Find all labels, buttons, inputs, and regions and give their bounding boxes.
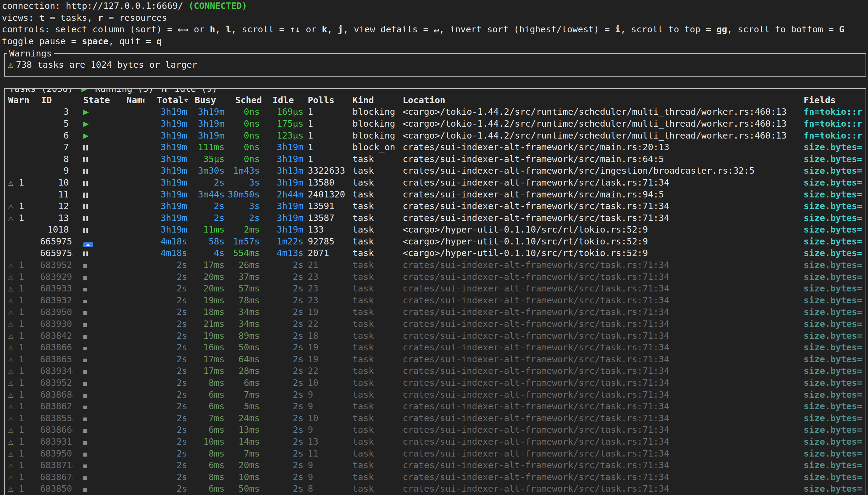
busy-cell: 17ms — [189, 365, 226, 377]
total-cell: 2s — [145, 341, 189, 353]
task-row[interactable]: ⚠ 168386592s17ms64ms2s19taskcrates/sui-i… — [5, 353, 866, 365]
total-cell: 3h19m — [145, 130, 189, 142]
task-row[interactable]: ⚠ 168386642s6ms13ms2s9taskcrates/sui-ind… — [5, 424, 866, 436]
sched-duration: 2s — [249, 213, 260, 223]
location-cell: crates/sui-indexer-alt-framework/src/mai… — [398, 153, 799, 165]
task-row[interactable]: ⚠ 168385022s6ms50ms2s8taskcrates/sui-ind… — [5, 483, 866, 495]
column-header-location[interactable]: Location — [398, 94, 799, 106]
total-duration: 3h19m — [161, 118, 187, 129]
warning-icon: ⚠ — [8, 283, 13, 294]
fields-cell: size.bytes= — [799, 341, 866, 353]
kind-cell: task — [348, 247, 398, 259]
completed-state-icon — [83, 382, 87, 386]
state-cell — [73, 212, 115, 224]
location-cell: crates/sui-indexer-alt-framework/src/tas… — [398, 353, 799, 365]
column-header-total[interactable]: Total▿ — [145, 94, 189, 106]
total-duration: 2s — [177, 483, 187, 494]
idle-duration: 175µs — [277, 118, 303, 129]
warning-icon: ⚠ — [8, 342, 13, 353]
location-cell: <cargo>/tokio-1.44.2/src/runtime/schedul… — [398, 118, 799, 130]
sched-duration: 0ns — [244, 106, 260, 117]
fields-value: size.bytes= — [804, 413, 862, 423]
task-row[interactable]: ⚠ 168386842s6ms7ms2s9taskcrates/sui-inde… — [5, 389, 866, 401]
polls-cell: 19 — [304, 353, 349, 365]
task-row[interactable]: ⚠ 168386262s6ms5ms2s9taskcrates/sui-inde… — [5, 400, 866, 412]
completed-state-icon — [83, 323, 87, 327]
text-segment: = tasks, — [45, 13, 98, 23]
task-row[interactable]: 5▶3h19m3h19m0ns175µs1blocking<cargo>/tok… — [5, 118, 866, 130]
busy-cell: 2s — [189, 212, 226, 224]
task-row[interactable]: ⚠ 168392902s20ms37ms2s23taskcrates/sui-i… — [5, 271, 866, 283]
idle-cell: 2s — [267, 365, 303, 377]
task-row[interactable]: 113h19m3m44s30m50s2h44m2401320taskcrates… — [5, 189, 866, 201]
name-cell — [115, 259, 145, 271]
column-header-sched[interactable]: Sched — [226, 94, 267, 106]
task-row[interactable]: ⚠ 168385542s7ms24ms2s10taskcrates/sui-in… — [5, 412, 866, 424]
name-cell — [115, 341, 145, 353]
column-header-id[interactable]: ID — [40, 94, 73, 106]
column-header-idle[interactable]: Idle — [267, 94, 303, 106]
task-row[interactable]: ⚠ 168386742s8ms10ms2s9taskcrates/sui-ind… — [5, 471, 866, 483]
location-cell: crates/sui-indexer-alt-framework/src/tas… — [398, 330, 799, 342]
task-row[interactable]: ⚠ 168395212s8ms6ms2s10taskcrates/sui-ind… — [5, 377, 866, 389]
column-header-state[interactable]: State — [73, 94, 115, 106]
column-header-warn[interactable]: Warn — [5, 94, 40, 106]
task-row[interactable]: ⚠ 168387142s6ms20ms2s9taskcrates/sui-ind… — [5, 459, 866, 471]
task-row[interactable]: ⚠ 168393012s21ms34ms2s22taskcrates/sui-i… — [5, 318, 866, 330]
total-cell: 3h19m — [145, 165, 189, 177]
task-row[interactable]: ⚠ 168393112s10ms14ms2s13taskcrates/sui-i… — [5, 436, 866, 448]
task-row[interactable]: ⚠ 168393332s20ms57ms2s23taskcrates/sui-i… — [5, 283, 866, 294]
task-row[interactable]: 73h19m111ms0ns3h19m1block_oncrates/sui-i… — [5, 141, 866, 153]
name-cell — [115, 130, 145, 142]
kind-cell: task — [348, 436, 398, 448]
polls-cell: 10 — [304, 377, 349, 389]
fields-value: size.bytes= — [804, 377, 862, 388]
idle-cell: 3h19m — [267, 200, 303, 212]
task-row[interactable]: ⚠ 168384282s19ms89ms2s18taskcrates/sui-i… — [5, 330, 866, 342]
busy-cell: 20ms — [189, 271, 226, 283]
task-row[interactable]: ⚠ 168395092s8ms7ms2s11taskcrates/sui-ind… — [5, 448, 866, 460]
column-header-busy[interactable]: Busy — [189, 94, 226, 106]
task-row[interactable]: ⚠ 1103h19m2s3s3h19m13580taskcrates/sui-i… — [5, 177, 866, 189]
column-header-fields[interactable]: Fields — [799, 94, 866, 106]
busy-duration: 17ms — [203, 365, 224, 376]
task-row[interactable]: 10183h19m11ms2ms3h19m133task<cargo>/hype… — [5, 224, 866, 236]
column-header-name[interactable]: Name — [115, 94, 145, 106]
state-cell — [73, 318, 115, 330]
total-duration: 4m18s — [161, 236, 187, 246]
warning-count: 1 — [14, 177, 24, 188]
task-row[interactable]: 83h19m35µs0ns3h19m1taskcrates/sui-indexe… — [5, 153, 866, 165]
task-row[interactable]: ⚠ 1123h19m2s3s3h19m13591taskcrates/sui-i… — [5, 200, 866, 212]
task-id-cell: 6839526 — [40, 259, 73, 271]
completed-state-icon — [83, 347, 87, 351]
total-cell: 3h19m — [145, 106, 189, 118]
name-cell — [115, 271, 145, 283]
warning-count: 1 — [14, 283, 24, 294]
warning-count: 1 — [14, 377, 24, 388]
sched-cell: 28ms — [226, 365, 267, 377]
column-header-kind[interactable]: Kind — [348, 94, 398, 106]
text-segment: r — [98, 13, 103, 23]
task-row[interactable]: 66597524m18s58s1m57s1m22s92785task<cargo… — [5, 236, 866, 248]
task-row[interactable]: 6▶3h19m3h19m0ns123µs1blocking<cargo>/tok… — [5, 130, 866, 142]
column-header-polls[interactable]: Polls — [304, 94, 349, 106]
pause-icon — [162, 88, 166, 92]
task-row[interactable]: 93h19m3m30s1m43s3h13m3322633taskcrates/s… — [5, 165, 866, 177]
task-row[interactable]: ⚠ 1133h19m2s2s3h19m13587taskcrates/sui-i… — [5, 212, 866, 224]
total-cell: 3h19m — [145, 141, 189, 153]
sched-duration: 554ms — [233, 248, 260, 258]
location-cell: crates/sui-indexer-alt-framework/src/tas… — [398, 400, 799, 412]
task-row[interactable]: ⚠ 168386612s16ms50ms2s19taskcrates/sui-i… — [5, 341, 866, 353]
busy-cell: 3m44s — [189, 189, 226, 201]
state-cell — [73, 294, 115, 306]
idle-duration: 3h19m — [277, 154, 303, 164]
task-row[interactable]: 3▶3h19m3h19m0ns169µs1blocking<cargo>/tok… — [5, 106, 866, 118]
task-row[interactable]: ⚠ 168393292s19ms78ms2s23taskcrates/sui-i… — [5, 294, 866, 306]
task-row[interactable]: ⚠ 168395262s17ms26ms2s21taskcrates/sui-i… — [5, 259, 866, 271]
task-row[interactable]: ⚠ 168395082s18ms34ms2s19taskcrates/sui-i… — [5, 306, 866, 318]
task-row[interactable]: 66597534m18s4s554ms4m13s2071task<cargo>/… — [5, 247, 866, 259]
idle-cell: 4m13s — [267, 247, 303, 259]
sched-duration: 0ns — [244, 130, 260, 141]
location-cell: crates/sui-indexer-alt-framework/src/tas… — [398, 318, 799, 330]
task-row[interactable]: ⚠ 168393442s17ms28ms2s22taskcrates/sui-i… — [5, 365, 866, 377]
